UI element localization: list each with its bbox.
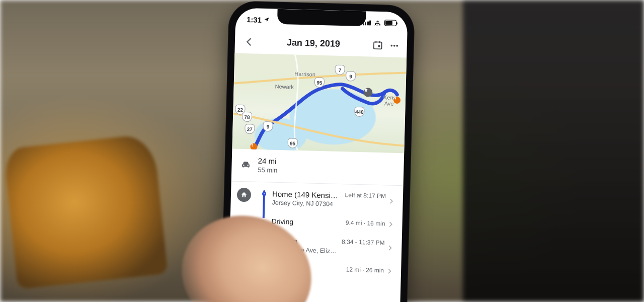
phone-notch <box>277 9 366 27</box>
calendar-button[interactable] <box>368 36 387 54</box>
summary-distance: 24 mi <box>258 157 278 166</box>
header-date: Jan 19, 2019 <box>258 37 369 50</box>
chevron-right-icon <box>386 268 393 275</box>
calendar-icon <box>372 39 384 51</box>
svg-point-3 <box>393 44 395 46</box>
chevron-right-icon <box>387 221 394 228</box>
segment-meta: 9.4 mi · 16 min <box>341 219 385 227</box>
battery-icon <box>384 20 396 26</box>
timeline-place-home[interactable]: Home (149 Kensington… Jersey City, NJ 07… <box>259 183 396 215</box>
more-horizontal-icon <box>389 40 400 51</box>
location-arrow-icon <box>264 17 270 23</box>
svg-rect-1 <box>378 45 380 47</box>
place-title: Home (149 Kensington… <box>272 190 340 200</box>
segment-meta: 12 mi · 26 min <box>341 266 384 274</box>
summary-duration: 55 min <box>258 166 277 174</box>
wifi-icon <box>374 20 381 25</box>
timeline-dot <box>262 192 266 196</box>
photo-chair <box>3 133 168 289</box>
svg-rect-0 <box>374 42 382 49</box>
map-label: Harrison <box>294 71 315 78</box>
chevron-right-icon <box>386 244 393 251</box>
map-label: Newark <box>275 84 294 90</box>
home-badge-icon <box>237 188 252 202</box>
timeline-map[interactable]: Harrison Newark Kens Ave 7 9 95 440 78 2… <box>232 53 407 153</box>
segment-mode: Driving <box>271 217 341 228</box>
status-time: 1:31 <box>247 15 262 24</box>
chevron-left-icon <box>244 36 255 47</box>
place-meta: Left at 8:17 PM <box>340 191 386 199</box>
map-label: Ave <box>384 100 394 106</box>
day-summary: 24 mi 55 min <box>231 148 405 186</box>
svg-point-4 <box>396 45 398 47</box>
more-button[interactable] <box>386 36 402 55</box>
place-subtitle: Jersey City, NJ 07304 <box>272 199 340 208</box>
back-button[interactable] <box>239 32 258 51</box>
chevron-right-icon <box>388 197 395 204</box>
route-path <box>232 53 407 153</box>
car-icon <box>240 160 251 170</box>
svg-point-2 <box>390 44 392 46</box>
place-meta: 8:34 - 11:37 PM <box>337 238 385 246</box>
